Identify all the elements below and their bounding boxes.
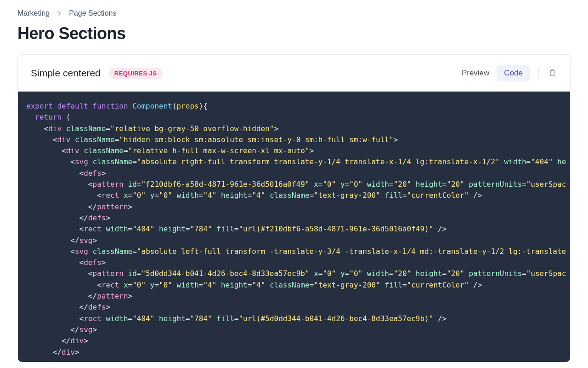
breadcrumb-item-page-sections[interactable]: Page Sections (69, 9, 116, 17)
copy-button[interactable] (547, 68, 557, 78)
chevron-right-icon (56, 10, 62, 17)
code-panel[interactable]: export default function Component(props)… (18, 92, 570, 362)
code-block: export default function Component(props)… (26, 101, 562, 358)
card-header: Simple centered REQUIRES JS Preview Code (18, 55, 570, 92)
tab-preview[interactable]: Preview (454, 65, 497, 81)
card-title: Simple centered (31, 68, 101, 79)
component-card: Simple centered REQUIRES JS Preview Code… (17, 54, 571, 362)
vertical-divider (538, 68, 539, 78)
page-title: Hero Sections (17, 24, 571, 43)
tab-code[interactable]: Code (497, 65, 530, 81)
breadcrumb-item-marketing[interactable]: Marketing (17, 9, 50, 17)
clipboard-icon (548, 68, 557, 78)
breadcrumb: Marketing Page Sections (17, 9, 571, 17)
requires-js-badge: REQUIRES JS (109, 68, 163, 79)
